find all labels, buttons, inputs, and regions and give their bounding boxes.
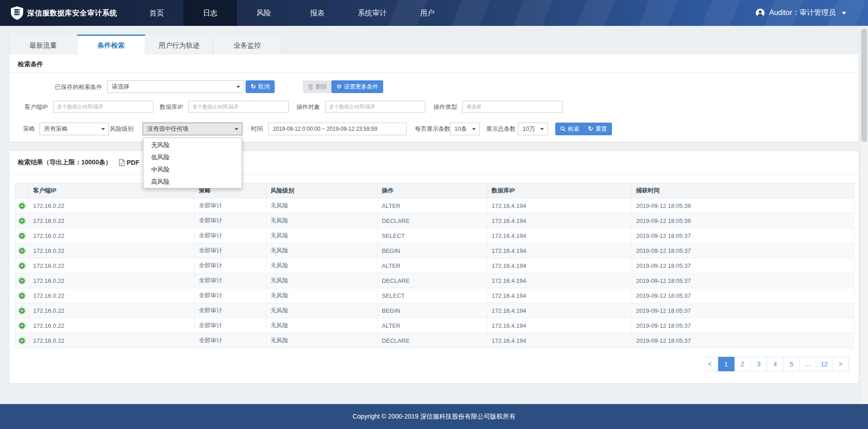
page-size-select[interactable]: 10条: [450, 123, 480, 135]
cell-operation: SELECT: [378, 288, 488, 303]
risk-option-medium[interactable]: 中风险: [143, 163, 242, 176]
saved-condition-label: 已保存的检索条件: [46, 83, 102, 91]
tab-user-behavior[interactable]: 用户行为轨迹: [145, 35, 213, 54]
expand-row-button[interactable]: [18, 336, 26, 345]
cell-db-ip: 172.16.4.194: [488, 258, 632, 273]
time-range-input[interactable]: 2019-09-12 0:00:00 ~ 2019-09-12 23:59:59: [268, 123, 407, 135]
db-ip-input[interactable]: [188, 101, 289, 113]
user-label: Auditor：审计管理员: [769, 8, 836, 18]
tab-latest-traffic[interactable]: 最新流量: [9, 35, 77, 54]
risk-option-high[interactable]: 高风险: [143, 176, 242, 188]
cell-db-ip: 172.16.4.194: [488, 333, 632, 348]
table-row: 172.16.0.22 全部审计 无风险 ALTER 172.16.4.194 …: [15, 258, 854, 273]
total-size-label: 展示总条数: [486, 125, 516, 133]
plus-circle-icon: [19, 338, 25, 344]
chevron-down-icon: [842, 12, 846, 17]
total-size-select[interactable]: 10万: [518, 123, 548, 135]
search-button[interactable]: 检索: [555, 123, 584, 135]
pagination-button[interactable]: 3: [751, 357, 767, 371]
operation-target-input[interactable]: [325, 101, 425, 113]
pagination-button[interactable]: 12: [816, 357, 833, 371]
user-account-menu[interactable]: Auditor：审计管理员: [755, 0, 846, 26]
operation-type-label: 操作类型: [434, 103, 457, 111]
cell-operation: ALTER: [378, 198, 488, 213]
cancel-button[interactable]: 取消: [246, 80, 275, 93]
cell-operation: DECLARE: [378, 273, 488, 288]
cell-operation: ALTER: [378, 318, 488, 333]
cell-client-ip: 172.16.0.22: [29, 213, 195, 228]
cell-db-ip: 172.16.4.194: [488, 213, 632, 228]
expand-row-button[interactable]: [18, 276, 26, 285]
expand-row-button[interactable]: [18, 217, 26, 225]
cell-db-ip: 172.16.4.194: [488, 228, 632, 243]
expand-row-button[interactable]: [18, 247, 26, 255]
plus-circle-icon: [19, 323, 25, 329]
cell-capture-time: 2019-09-12 18:05:37: [632, 318, 854, 333]
cell-policy: 全部审计: [195, 198, 266, 213]
cell-capture-time: 2019-09-12 18:05:37: [632, 243, 854, 258]
expand-row-button[interactable]: [18, 261, 26, 270]
cell-client-ip: 172.16.0.22: [29, 243, 195, 258]
pagination-button[interactable]: <: [702, 357, 718, 371]
cell-policy: 全部审计: [195, 243, 266, 258]
nav-item-reports[interactable]: 报表: [291, 0, 344, 26]
cell-policy: 全部审计: [195, 213, 266, 228]
expand-cell: [15, 273, 29, 288]
cell-client-ip: 172.16.0.22: [29, 198, 195, 213]
pagination-button[interactable]: ...: [800, 357, 816, 371]
client-ip-input[interactable]: [53, 101, 153, 113]
more-conditions-button[interactable]: 设置更多条件: [331, 80, 383, 93]
nav-menu: 首页 日志 风险 报表 系统审计 用户: [130, 0, 454, 26]
cell-policy: 全部审计: [195, 228, 266, 243]
cell-operation: BEGIN: [378, 303, 488, 318]
copyright-text: Copyright © 2000-2019 深信服科技股份有限公司版权所有: [353, 413, 516, 421]
cell-risk-level: 无风险: [266, 318, 378, 333]
refresh-icon: [251, 80, 256, 93]
cell-capture-time: 2019-09-12 18:05:37: [632, 258, 854, 273]
expand-cell: [15, 228, 29, 243]
expand-row-button[interactable]: [18, 291, 26, 300]
nav-item-home[interactable]: 首页: [130, 0, 183, 26]
nav-item-system-audit[interactable]: 系统审计: [344, 0, 400, 26]
cell-client-ip: 172.16.0.22: [29, 318, 195, 333]
pagination-button[interactable]: >: [833, 357, 849, 371]
expand-row-button[interactable]: [18, 321, 26, 330]
cell-operation: SELECT: [378, 228, 488, 243]
tab-condition-search[interactable]: 条件检索: [77, 35, 145, 54]
cell-risk-level: 无风险: [266, 258, 378, 273]
delete-button[interactable]: 删除: [303, 80, 332, 93]
nav-item-risk[interactable]: 风险: [237, 0, 291, 26]
plus-circle-icon: [19, 233, 25, 239]
expand-cell: [15, 288, 29, 303]
expand-cell: [15, 303, 29, 318]
table-row: 172.16.0.22 全部审计 无风险 ALTER 172.16.4.194 …: [15, 318, 854, 333]
time-label: 时间: [251, 125, 263, 133]
export-pdf-button[interactable]: PDF: [119, 159, 139, 166]
operation-type-input[interactable]: [462, 101, 562, 113]
table-header-row: 客户端IP 策略 风险级别 操作 数据库IP 捕获时间: [15, 183, 854, 198]
saved-condition-select[interactable]: 请选择: [107, 80, 244, 93]
pagination-button[interactable]: 2: [735, 357, 751, 371]
expand-cell: [15, 198, 29, 213]
cell-db-ip: 172.16.4.194: [488, 198, 632, 213]
cell-capture-time: 2019-09-12 18:05:37: [632, 333, 854, 348]
policy-select[interactable]: 所有策略: [39, 123, 109, 135]
pagination-button[interactable]: 1: [718, 357, 735, 371]
risk-option-low[interactable]: 低风险: [143, 151, 242, 163]
nav-item-logs[interactable]: 日志: [183, 0, 237, 26]
risk-option-none[interactable]: 无风险: [143, 139, 242, 151]
reset-button[interactable]: 重置: [583, 123, 612, 135]
expand-row-button[interactable]: [18, 202, 26, 210]
top-nav: 深信服数据库安全审计系统 首页 日志 风险 报表 系统审计 用户 Auditor…: [0, 0, 868, 26]
expand-row-button[interactable]: [18, 232, 26, 240]
pagination-button[interactable]: 4: [767, 357, 784, 371]
page-size-value: 10条: [454, 125, 467, 132]
risk-level-multiselect[interactable]: 没有选中任何项: [143, 123, 242, 135]
expand-row-button[interactable]: [18, 306, 26, 315]
tab-business-monitor[interactable]: 业务监控: [213, 35, 281, 54]
nav-item-users[interactable]: 用户: [400, 0, 454, 26]
scrollbar-thumb[interactable]: [861, 29, 867, 142]
pagination-button[interactable]: 5: [784, 357, 800, 371]
plus-circle-icon: [19, 293, 25, 299]
cell-risk-level: 无风险: [266, 303, 378, 318]
